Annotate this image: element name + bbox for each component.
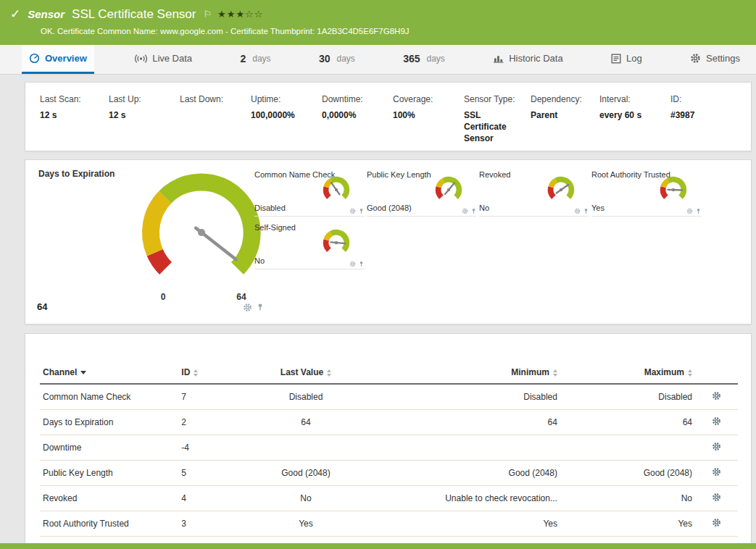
small-gauge-revoked: Revoked No: [479, 169, 589, 217]
cell-maximum: Yes: [560, 511, 695, 537]
table-header-row: Channel ID Last Value Minimum Maximum: [40, 363, 738, 384]
historic-data-icon: [493, 54, 504, 63]
tab-label: Overview: [45, 53, 87, 64]
cell-maximum: No: [560, 486, 695, 511]
cell-minimum: Yes: [380, 511, 560, 537]
cell-last-value: [232, 435, 380, 461]
cell-maximum: No: [560, 537, 695, 544]
status-label: Interval:: [599, 94, 663, 104]
tab-2-days[interactable]: 2 days: [233, 45, 278, 74]
column-label: Minimum: [511, 367, 549, 377]
channel-settings-gear-icon[interactable]: [712, 518, 721, 527]
channels-table-panel: Channel ID Last Value Minimum Maximum: [25, 333, 752, 543]
cell-last-value: No: [232, 486, 380, 511]
small-gauge-dial: [544, 175, 578, 208]
tab-overview[interactable]: Overview: [22, 45, 94, 74]
column-header-maximum[interactable]: Maximum: [560, 363, 695, 384]
gauge-pin-icon[interactable]: [358, 261, 365, 267]
cell-last-value: Disabled: [232, 384, 380, 410]
channel-settings-gear-icon[interactable]: [712, 416, 721, 426]
status-field-uptime: Uptime: 100,0000%: [251, 94, 322, 142]
gauge-gear-icon[interactable]: [462, 208, 468, 214]
small-gauge-dial: [657, 175, 690, 208]
column-label: Maximum: [644, 367, 684, 377]
gauge-gear-icon[interactable]: [349, 208, 356, 214]
gauge-pin-icon[interactable]: [583, 208, 589, 214]
cell-channel: Root Authority Trusted: [40, 511, 178, 537]
cell-last-value: 64: [232, 410, 380, 435]
channel-settings-gear-icon[interactable]: [712, 391, 721, 401]
column-label: Last Value: [281, 367, 323, 377]
tab-bar: Overview Live Data 2 days 30 days 365 da…: [0, 45, 756, 75]
status-value: SSL Certificate Sensor: [464, 109, 523, 145]
tab-log[interactable]: Log: [604, 45, 649, 74]
status-field-interval: Interval: every 60 s: [599, 94, 670, 142]
status-field-dependency: Dependency: Parent: [531, 94, 599, 142]
status-value: every 60 s: [599, 109, 663, 121]
small-gauge-self-signed: Self-Signed No: [254, 222, 365, 269]
column-header-id[interactable]: ID: [178, 363, 231, 384]
status-label: Sensor Type:: [464, 94, 523, 104]
sensor-header: ✓ Sensor SSL Certificate Sensor ⚐ ★★★☆☆ …: [0, 0, 756, 45]
gauge-gear-icon[interactable]: [243, 303, 252, 312]
status-field-last-down: Last Down:: [180, 94, 251, 142]
tab-label: Live Data: [152, 53, 192, 64]
status-value: 12 s: [109, 109, 173, 121]
tab-365-days[interactable]: 365 days: [396, 45, 452, 74]
tab-settings[interactable]: Settings: [683, 45, 747, 74]
status-field-id: ID: #3987: [670, 94, 739, 142]
status-value: Parent: [531, 109, 592, 121]
gauge-gear-icon[interactable]: [349, 261, 356, 267]
tab-label: Historic Data: [509, 53, 562, 64]
tab-unit: days: [336, 54, 354, 64]
status-field-last-scan: Last Scan: 12 s: [40, 94, 109, 142]
channel-row-common-name-check: Common Name Check 7 Disabled Disabled Di…: [40, 384, 738, 410]
channel-settings-gear-icon[interactable]: [712, 467, 721, 477]
sensor-status-message: OK. Certificate Common Name: www.google.…: [41, 27, 746, 35]
status-ok-check-icon: ✓: [10, 7, 20, 22]
column-header-channel[interactable]: Channel: [40, 363, 178, 384]
gauge-pin-icon[interactable]: [358, 208, 365, 214]
status-field-coverage: Coverage: 100%: [393, 94, 464, 142]
small-gauge-root-authority-trusted: Root Authority Trusted Yes: [591, 169, 702, 217]
tab-historic-data[interactable]: Historic Data: [486, 45, 570, 74]
cell-id: 2: [178, 410, 231, 435]
cell-maximum: 64: [560, 410, 695, 435]
priority-stars[interactable]: ★★★☆☆: [217, 9, 263, 20]
status-field-sensor-type: Sensor Type: SSL Certificate Sensor: [464, 94, 531, 142]
cell-channel: Self-Signed: [40, 537, 178, 544]
cell-id: 7: [178, 384, 231, 410]
small-gauge-value: No: [254, 256, 265, 265]
tab-unit: days: [252, 54, 270, 64]
cell-minimum: Disabled: [380, 384, 560, 410]
channel-settings-gear-icon[interactable]: [712, 493, 721, 502]
overview-icon: [29, 53, 40, 64]
object-kind-label: Sensor: [28, 8, 65, 20]
content-area: Last Scan: 12 s Last Up: 12 s Last Down:…: [0, 75, 756, 543]
gauge-gear-icon[interactable]: [574, 208, 581, 214]
column-header-last-value[interactable]: Last Value: [232, 363, 380, 384]
live-data-icon: [135, 54, 147, 64]
log-icon: [611, 54, 621, 64]
tab-live-data[interactable]: Live Data: [128, 45, 199, 74]
column-label: ID: [181, 367, 190, 377]
cell-maximum: [560, 435, 695, 461]
gauge-gear-icon[interactable]: [686, 208, 693, 214]
tab-number: 2: [240, 53, 246, 64]
status-label: Downtime:: [322, 94, 386, 104]
gauge-pin-icon[interactable]: [470, 208, 477, 214]
channel-settings-gear-icon[interactable]: [712, 442, 721, 451]
gauge-min-label: 0: [161, 292, 166, 302]
flag-icon[interactable]: ⚐: [203, 9, 212, 20]
column-header-minimum[interactable]: Minimum: [380, 363, 560, 384]
cell-last-value: Yes: [232, 511, 380, 537]
status-field-last-up: Last Up: 12 s: [109, 94, 180, 142]
cell-minimum: [380, 435, 560, 461]
gauge-pin-icon[interactable]: [256, 303, 265, 312]
tab-label: Settings: [706, 53, 740, 64]
gauge-pin-icon[interactable]: [695, 208, 702, 214]
status-label: Last Down:: [180, 94, 244, 104]
status-field-downtime: Downtime: 0,0000%: [322, 94, 393, 142]
small-gauge-value: Disabled: [254, 204, 286, 212]
tab-30-days[interactable]: 30 days: [312, 45, 362, 74]
